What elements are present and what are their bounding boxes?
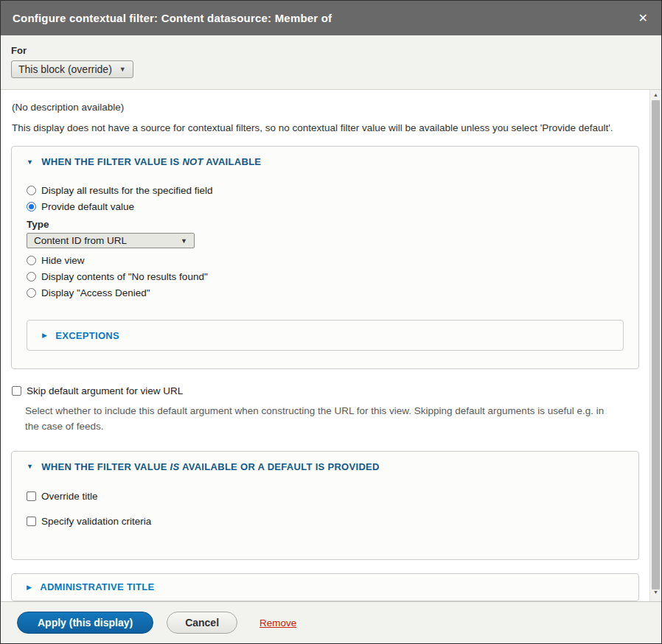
triangle-right-icon: ▶ <box>42 332 47 339</box>
radio-row-hide-view[interactable]: Hide view <box>27 252 624 268</box>
for-label: For <box>11 45 651 56</box>
fieldset-exceptions: ▶ EXCEPTIONS <box>27 320 624 351</box>
checkbox-row-validation[interactable]: Specify validation criteria <box>27 514 624 530</box>
scroll-down-icon[interactable]: ▼ <box>650 587 661 597</box>
filter-available-checkboxes: Override title Specify validation criter… <box>27 489 624 537</box>
remove-link[interactable]: Remove <box>259 617 296 629</box>
radio-row-access-denied[interactable]: Display "Access Denied" <box>27 284 624 301</box>
dialog-title: Configure contextual filter: Content dat… <box>13 12 332 24</box>
checkbox-label: Skip default argument for view URL <box>27 385 183 396</box>
triangle-down-icon: ▼ <box>27 463 33 470</box>
vertical-scrollbar[interactable]: ▲ ▼ <box>649 90 661 601</box>
radio-label: Display "Access Denied" <box>41 287 150 298</box>
summary-text-emphasis: NOT <box>182 156 203 167</box>
default-type-select[interactable]: Content ID from URL ▼ <box>27 233 195 248</box>
triangle-down-icon: ▼ <box>27 158 33 166</box>
for-display-select-value: This block (override) <box>18 63 112 75</box>
checkbox-override-title[interactable] <box>27 491 36 501</box>
fieldset-filter-not-available: ▼ WHEN THE FILTER VALUE IS NOT AVAILABLE… <box>11 146 639 369</box>
radio-provide-default[interactable] <box>27 202 36 211</box>
close-icon[interactable]: ✕ <box>638 13 648 24</box>
checkbox-row-override-title[interactable]: Override title <box>27 489 624 505</box>
summary-text-emphasis: IS <box>170 461 180 472</box>
radio-row-provide-default[interactable]: Provide default value <box>27 198 624 214</box>
summary-text-prefix: WHEN THE FILTER VALUE IS <box>41 156 182 167</box>
type-label: Type <box>27 219 624 230</box>
cancel-button[interactable]: Cancel <box>167 612 237 634</box>
radio-row-no-results[interactable]: Display contents of "No results found" <box>27 268 624 284</box>
display-note-text: This display does not have a source for … <box>12 122 639 133</box>
dialog-footer: Apply (this display) Cancel Remove <box>1 601 661 643</box>
radio-no-results[interactable] <box>27 272 36 281</box>
radio-hide-view[interactable] <box>27 256 36 265</box>
summary-administrative-title[interactable]: ▶ ADMINISTRATIVE TITLE <box>27 581 155 592</box>
summary-text: EXCEPTIONS <box>55 330 119 341</box>
for-section: For This block (override) ▼ <box>1 35 661 90</box>
checkbox-row-skip-default[interactable]: Skip default argument for view URL <box>12 382 639 399</box>
contextual-filter-dialog: Configure contextual filter: Content dat… <box>0 0 662 644</box>
checkbox-specify-validation[interactable] <box>27 517 36 526</box>
summary-text-suffix: AVAILABLE OR A DEFAULT IS PROVIDED <box>180 461 380 472</box>
scrollbar-thumb[interactable] <box>652 100 660 589</box>
chevron-down-icon: ▼ <box>119 66 126 73</box>
skip-default-description: Select whether to include this default a… <box>25 403 613 435</box>
checkbox-label: Override title <box>41 491 98 502</box>
radio-display-all[interactable] <box>27 186 36 195</box>
dialog-body: (No description available) This display … <box>1 90 661 601</box>
default-action-radios: Display all results for the specified fi… <box>27 182 624 301</box>
radio-label: Provide default value <box>41 201 134 212</box>
summary-text-suffix: AVAILABLE <box>203 156 262 167</box>
summary-text: ADMINISTRATIVE TITLE <box>40 581 154 592</box>
checkbox-skip-default[interactable] <box>12 386 21 396</box>
radio-access-denied[interactable] <box>27 288 36 298</box>
chevron-down-icon: ▼ <box>181 237 187 245</box>
summary-filter-available[interactable]: ▼ WHEN THE FILTER VALUE IS AVAILABLE OR … <box>27 461 624 472</box>
checkbox-label: Specify validation criteria <box>41 516 151 527</box>
triangle-right-icon: ▶ <box>27 584 32 591</box>
scroll-up-icon[interactable]: ▲ <box>650 90 661 99</box>
summary-exceptions[interactable]: ▶ EXCEPTIONS <box>42 330 119 341</box>
apply-button[interactable]: Apply (this display) <box>17 612 153 634</box>
fieldset-filter-available: ▼ WHEN THE FILTER VALUE IS AVAILABLE OR … <box>11 451 639 560</box>
summary-filter-not-available[interactable]: ▼ WHEN THE FILTER VALUE IS NOT AVAILABLE <box>27 156 624 167</box>
for-display-select[interactable]: This block (override) ▼ <box>11 60 133 78</box>
radio-label: Display all results for the specified fi… <box>41 185 213 196</box>
radio-label: Hide view <box>41 255 85 266</box>
dialog-header: Configure contextual filter: Content dat… <box>1 1 661 35</box>
radio-row-display-all[interactable]: Display all results for the specified fi… <box>27 182 624 198</box>
summary-text-prefix: WHEN THE FILTER VALUE <box>41 461 170 472</box>
default-type-select-value: Content ID from URL <box>34 235 127 246</box>
radio-label: Display contents of "No results found" <box>41 271 208 282</box>
fieldset-administrative-title: ▶ ADMINISTRATIVE TITLE <box>11 573 639 601</box>
no-description-text: (No description available) <box>12 102 639 113</box>
